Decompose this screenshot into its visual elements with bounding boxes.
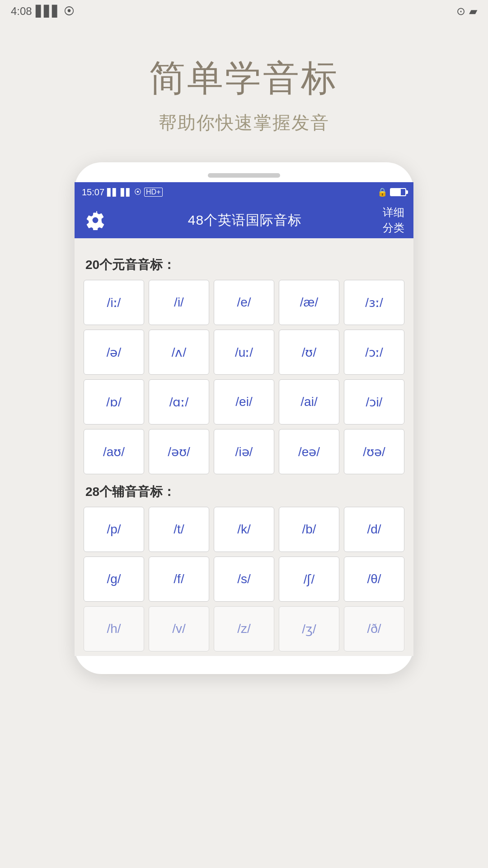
phonetic-cell[interactable]: /ʃ/ (279, 557, 339, 602)
inner-lock-icon: 🔒 (377, 187, 387, 197)
app-subtitle: 帮助你快速掌握发音 (149, 110, 339, 135)
app-title-area: 简单学音标 帮助你快速掌握发音 (149, 54, 339, 135)
phone-notch (208, 173, 280, 178)
phonetic-cell[interactable]: /t/ (149, 507, 209, 552)
phonetic-cell[interactable]: /uː/ (214, 330, 274, 375)
phonetic-cell[interactable]: /ɑː/ (149, 379, 209, 425)
location-icon: ⊙ (456, 5, 465, 18)
phonetic-cell[interactable]: /k/ (214, 507, 274, 552)
phonetic-cell[interactable]: /iː/ (84, 280, 144, 325)
consonant-section-title: 28个辅音音标： (84, 483, 404, 500)
phonetic-cell[interactable]: /ʊə/ (344, 429, 404, 474)
phonetic-cell[interactable]: /ʒ/ (279, 606, 339, 651)
phonetic-cell[interactable]: /ai/ (279, 379, 339, 425)
status-time: 4:08 (11, 5, 32, 18)
inner-battery-icon (390, 188, 406, 196)
inner-status-bar: 15:07 ▋▋ ▋▋ ⦿ HD+ 🔒 (75, 182, 413, 202)
phonetic-cell[interactable]: /ʊ/ (279, 330, 339, 375)
app-navbar: 48个英语国际音标 详细分类 (75, 202, 413, 238)
phonetic-cell[interactable]: /aʊ/ (84, 429, 144, 474)
phonetic-cell[interactable]: /ɜː/ (344, 280, 404, 325)
wifi-icon: ⦿ (64, 5, 75, 18)
inner-signal2-icon: ▋▋ (121, 188, 131, 197)
phonetic-cell[interactable]: /d/ (344, 507, 404, 552)
inner-hd-icon: HD+ (144, 188, 162, 197)
consonant-grid: /p//t//k//b//d//g//f//s//ʃ//θ/ (84, 507, 404, 602)
phonetic-cell[interactable]: /əʊ/ (149, 429, 209, 474)
phonetic-cell[interactable]: /p/ (84, 507, 144, 552)
phonetic-cell[interactable]: /iə/ (214, 429, 274, 474)
phonetic-cell[interactable]: /z/ (214, 606, 274, 651)
battery-icon-outer: ▰ (469, 5, 477, 18)
phonetic-cell[interactable]: /æ/ (279, 280, 339, 325)
settings-gear-icon[interactable] (84, 208, 107, 232)
phonetic-cell[interactable]: /ɔː/ (344, 330, 404, 375)
phonetic-cell[interactable]: /e/ (214, 280, 274, 325)
phonetic-cell[interactable]: /g/ (84, 557, 144, 602)
inner-signal-icon: ▋▋ (107, 188, 118, 197)
vowel-section-title: 20个元音音标： (84, 256, 404, 274)
phonetic-cell[interactable]: /b/ (279, 507, 339, 552)
phonetic-cell[interactable]: /eə/ (279, 429, 339, 474)
navbar-detail-button[interactable]: 详细分类 (383, 205, 404, 235)
phonetic-cell[interactable]: /θ/ (344, 557, 404, 602)
signal-icon: ▋▋▋ (36, 5, 60, 18)
phonetic-cell[interactable]: /v/ (149, 606, 209, 651)
status-right: ⊙ ▰ (456, 5, 477, 18)
phonetic-cell[interactable]: /ei/ (214, 379, 274, 425)
phonetic-cell[interactable]: /ð/ (344, 606, 404, 651)
outer-status-bar: 4:08 ▋▋▋ ⦿ ⊙ ▰ (0, 0, 488, 23)
phonetic-cell[interactable]: /ʌ/ (149, 330, 209, 375)
consonant-grid-extra: /h//v//z//ʒ//ð/ (84, 606, 404, 651)
inner-status-right: 🔒 (377, 187, 406, 197)
navbar-title: 48个英语国际音标 (188, 211, 302, 230)
phone-mockup: 15:07 ▋▋ ▋▋ ⦿ HD+ 🔒 48个英语国际音标 详细分类 20个元音… (75, 162, 413, 674)
status-left: 4:08 ▋▋▋ ⦿ (11, 5, 75, 18)
inner-status-left: 15:07 ▋▋ ▋▋ ⦿ HD+ (82, 187, 163, 198)
inner-time: 15:07 (82, 187, 104, 198)
phonetic-cell[interactable]: /i/ (149, 280, 209, 325)
phonetic-cell[interactable]: /h/ (84, 606, 144, 651)
inner-wifi-icon: ⦿ (134, 188, 141, 196)
app-title: 简单学音标 (149, 54, 339, 103)
phonetic-cell[interactable]: /s/ (214, 557, 274, 602)
phonetic-cell[interactable]: /ɒ/ (84, 379, 144, 425)
phonetic-cell[interactable]: /ɔi/ (344, 379, 404, 425)
phonetic-cell[interactable]: /ə/ (84, 330, 144, 375)
vowel-grid: /iː//i//e//æ//ɜː//ə//ʌ//uː//ʊ//ɔː//ɒ//ɑː… (84, 280, 404, 474)
phonetic-cell[interactable]: /f/ (149, 557, 209, 602)
phonetic-content: 20个元音音标： /iː//i//e//æ//ɜː//ə//ʌ//uː//ʊ//… (75, 238, 413, 656)
